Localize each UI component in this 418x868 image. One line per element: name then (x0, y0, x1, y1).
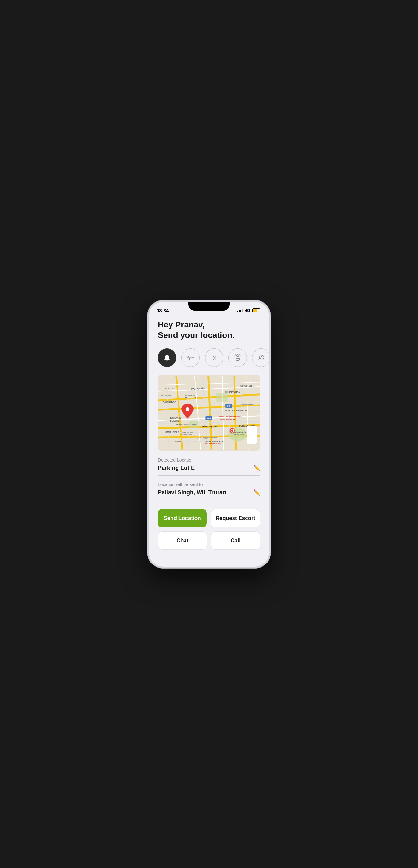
status-right: 4G (237, 308, 262, 313)
svg-text:Highland Park: Highland Park (235, 431, 246, 433)
notch (188, 302, 230, 311)
chat-button[interactable]: Chat (158, 531, 207, 550)
detected-location-label: Detected Location (158, 457, 260, 463)
svg-text:−: − (250, 436, 253, 441)
svg-text:DRUID HILLS: DRUID HILLS (164, 387, 176, 389)
svg-text:Golf Course: Golf Course (235, 434, 244, 435)
location-value: Parking Lot E (158, 465, 195, 471)
svg-text:KINGSTON: KINGSTON (241, 385, 252, 387)
svg-text:Historic Landmark: Historic Landmark (219, 418, 235, 420)
svg-text:Railroad Park: Railroad Park (182, 431, 194, 433)
recipients-value-row: Pallavi Singh, Will Truran ✏️ (158, 489, 260, 500)
location-section: Detected Location Parking Lot E ✏️ (158, 457, 260, 475)
recipients-value: Pallavi Singh, Will Truran (158, 489, 226, 496)
svg-text:Sloss Furnaces National: Sloss Furnaces National (219, 416, 241, 418)
svg-point-66 (231, 430, 234, 432)
phone-screen: 08:34 4G Hey Pranav, Send your locatio (149, 302, 269, 567)
svg-text:3rd Ave N: 3rd Ave N (175, 440, 183, 442)
svg-text:NORTH AVONDALE: NORTH AVONDALE (225, 409, 247, 412)
main-content: Hey Pranav, Send your location. (149, 316, 269, 567)
phone-frame: 08:34 4G Hey Pranav, Send your locatio (147, 300, 271, 568)
bell-icon (163, 353, 171, 362)
network-label: 4G (245, 308, 250, 313)
svg-text:20: 20 (227, 405, 230, 408)
secondary-button-row: Chat Call (158, 531, 260, 550)
location-edit-icon[interactable]: ✏️ (253, 464, 260, 471)
greeting-line2: Send your location. (158, 330, 260, 341)
health-icon-button[interactable] (181, 348, 200, 367)
svg-text:Foundation: Foundation (182, 434, 191, 435)
svg-text:Birmingham: Birmingham (202, 425, 218, 428)
recipients-label: Location will be sent to (158, 482, 260, 487)
svg-text:UAB University Hospital: UAB University Hospital (198, 436, 217, 438)
header-greeting: Hey Pranav, Send your location. (158, 319, 260, 341)
svg-point-1 (259, 356, 262, 358)
request-escort-button[interactable]: Request Escort (211, 509, 260, 527)
ix-label: IX (212, 355, 217, 361)
svg-text:Museum of Art: Museum of Art (185, 397, 198, 399)
call-button[interactable]: Call (211, 531, 260, 550)
svg-text:FOUNTAIN: FOUNTAIN (170, 417, 181, 419)
greeting-line1: Hey Pranav, (158, 319, 260, 330)
recipients-edit-icon[interactable]: ✏️ (253, 489, 260, 496)
svg-point-63 (186, 407, 189, 411)
community-icon-button[interactable] (252, 348, 269, 367)
svg-text:McWane Science Center: McWane Science Center (176, 424, 197, 426)
location-value-row: Parking Lot E ✏️ (158, 464, 260, 475)
svg-text:HEIGHTS: HEIGHTS (170, 420, 180, 422)
svg-text:SMITHFIELD: SMITHFIELD (166, 431, 179, 434)
svg-text:+: + (250, 428, 253, 433)
sun-hand-icon (234, 353, 242, 362)
svg-point-0 (237, 354, 239, 357)
status-time: 08:34 (156, 308, 169, 313)
svg-text:Children's of Alabama: Children's of Alabama (204, 442, 222, 444)
battery-icon (252, 308, 262, 312)
heartrate-icon (186, 353, 195, 362)
map-image: 280 20 EVERGREEN ENON RIDGE SMITHFIELD 3… (158, 375, 260, 451)
send-location-button[interactable]: Send Location (158, 509, 207, 527)
wellness-icon-button[interactable] (229, 348, 247, 367)
map-container[interactable]: 280 20 EVERGREEN ENON RIDGE SMITHFIELD 3… (158, 375, 260, 451)
recipients-section: Location will be sent to Pallavi Singh, … (158, 482, 260, 500)
svg-point-2 (262, 355, 264, 357)
chat-group-icon (257, 353, 265, 362)
svg-text:ENON RIDGE: ENON RIDGE (162, 401, 176, 403)
safety-ix-button[interactable]: IX (205, 348, 223, 367)
signal-icon (237, 309, 243, 312)
svg-text:Avondale Park: Avondale Park (241, 403, 253, 405)
svg-text:Birmingham: Birmingham (185, 394, 195, 396)
icon-row: IX (158, 348, 260, 367)
svg-text:PCO-FINLEY: PCO-FINLEY (161, 394, 173, 396)
svg-text:280: 280 (207, 417, 211, 420)
svg-text:HIGHLAND PARK: HIGHLAND PARK (205, 440, 223, 442)
alert-icon-button[interactable] (158, 348, 176, 367)
svg-rect-28 (216, 393, 229, 402)
svg-text:BIRMINGHAM: BIRMINGHAM (225, 391, 241, 393)
primary-button-row: Send Location Request Escort (158, 509, 260, 527)
